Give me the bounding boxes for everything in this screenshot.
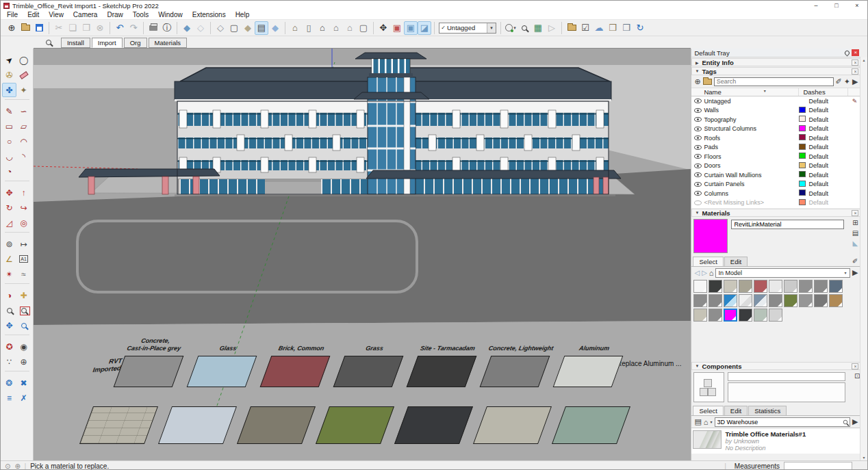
material-sample-brick-common[interactable] bbox=[260, 356, 331, 387]
tray-close-icon[interactable]: × bbox=[852, 49, 859, 56]
close-button[interactable]: × bbox=[847, 2, 867, 9]
tag-row-revit-missing-links[interactable]: <Revit Missing Links>Default bbox=[691, 198, 860, 208]
tab-materials[interactable]: Materials bbox=[149, 38, 188, 48]
tag-dashes[interactable]: Default bbox=[808, 98, 848, 105]
material-sample-aluminum[interactable] bbox=[553, 356, 624, 387]
empty-tool[interactable] bbox=[16, 164, 31, 179]
zoom-extents-tool[interactable]: ✥ bbox=[2, 318, 16, 332]
tab-org[interactable]: Org bbox=[124, 38, 147, 48]
tag-dashes[interactable]: Default bbox=[808, 125, 848, 132]
materials-tab-edit[interactable]: Edit bbox=[724, 257, 748, 266]
follow-me-tool[interactable]: ↪ bbox=[16, 200, 31, 215]
tag-dashes[interactable]: Default bbox=[808, 162, 848, 169]
material-sample-skp-7[interactable] bbox=[552, 406, 630, 444]
material-swatch[interactable] bbox=[724, 280, 737, 293]
monochrome-icon[interactable]: ◆ bbox=[268, 21, 282, 35]
tag-dashes[interactable]: Default bbox=[808, 135, 848, 142]
entity-info-close-icon[interactable]: × bbox=[852, 60, 858, 66]
visibility-eye-icon[interactable] bbox=[691, 97, 704, 105]
materials-details-arrow-icon[interactable]: ▶ bbox=[852, 268, 858, 277]
new-icon[interactable]: ⊕ bbox=[5, 21, 18, 35]
scroll-up-icon[interactable]: ▴ bbox=[863, 58, 865, 62]
material-name-input[interactable] bbox=[731, 220, 844, 229]
rotated-rectangle-tool[interactable]: ▱ bbox=[16, 119, 31, 133]
position-camera-tool[interactable]: ✪ bbox=[2, 339, 16, 354]
component-description-box[interactable] bbox=[728, 382, 845, 402]
material-swatch[interactable] bbox=[769, 309, 782, 322]
view-options-icon[interactable]: ▤ bbox=[694, 417, 701, 426]
name-column-header[interactable]: Name bbox=[704, 88, 721, 96]
visibility-eye-icon[interactable] bbox=[691, 134, 704, 142]
visibility-eye-icon[interactable] bbox=[691, 144, 704, 151]
left-view-icon[interactable]: ⌂ bbox=[343, 21, 357, 35]
visibility-eye-icon[interactable] bbox=[691, 116, 704, 123]
ext-flip-tool[interactable]: ✖ bbox=[16, 376, 31, 390]
push-pull-tool[interactable]: ↑ bbox=[16, 185, 31, 200]
look-around-tool[interactable]: ◉ bbox=[16, 339, 31, 354]
components-tab-statistics[interactable]: Statistics bbox=[748, 406, 787, 415]
two-point-arc-tool[interactable]: ◡ bbox=[2, 149, 16, 164]
redo-icon[interactable]: ↷ bbox=[127, 21, 140, 35]
tray-title-bar[interactable]: Default Tray × bbox=[691, 49, 860, 57]
menu-window[interactable]: Window bbox=[153, 11, 188, 18]
materials-close-icon[interactable]: × bbox=[852, 210, 858, 216]
material-swatch[interactable] bbox=[693, 294, 707, 307]
material-swatch[interactable] bbox=[754, 309, 767, 322]
visibility-eye-icon[interactable] bbox=[691, 181, 704, 188]
add-tag-icon[interactable]: ⊕ bbox=[694, 77, 700, 86]
scale-tool[interactable]: ◿ bbox=[2, 216, 16, 230]
material-swatch[interactable] bbox=[724, 294, 737, 307]
material-sample-skp-5[interactable] bbox=[394, 406, 473, 444]
minimize-button[interactable]: – bbox=[806, 2, 826, 9]
right-view-icon[interactable]: ▯ bbox=[302, 21, 316, 35]
material-swatch[interactable] bbox=[724, 309, 737, 322]
warehouse-search-icon[interactable] bbox=[843, 419, 847, 423]
pencil-icon[interactable]: ✐ bbox=[836, 77, 842, 86]
display-section-planes-icon[interactable]: ▣ bbox=[404, 21, 418, 35]
material-sample-skp-1[interactable] bbox=[79, 406, 158, 444]
share-model-icon[interactable]: ❒ bbox=[620, 21, 633, 35]
material-swatch[interactable] bbox=[754, 294, 767, 307]
tag-color-swatch[interactable] bbox=[799, 181, 808, 188]
collapse-arrow-icon[interactable]: ▶ bbox=[692, 60, 702, 65]
material-sample-skp-2[interactable] bbox=[158, 406, 237, 444]
tag-color-swatch[interactable] bbox=[799, 144, 808, 151]
tag-dashes[interactable]: Default bbox=[808, 172, 848, 179]
tag-color-swatch[interactable] bbox=[799, 125, 808, 133]
material-sample-glass[interactable] bbox=[187, 356, 257, 387]
cloud-download-icon[interactable]: ☁ bbox=[592, 21, 606, 35]
material-sample-site-tarmacadam[interactable] bbox=[407, 356, 477, 387]
tag-color-swatch[interactable] bbox=[799, 190, 808, 197]
tags-header[interactable]: ▼ Tags × bbox=[691, 67, 860, 75]
tag-color-swatch[interactable] bbox=[799, 153, 808, 160]
ext-layers-tool[interactable]: ≡ bbox=[2, 391, 16, 405]
rotate-tool[interactable]: ↻ bbox=[2, 200, 16, 215]
tag-row-roofs[interactable]: RoofsDefault bbox=[691, 133, 860, 143]
create-material-icon[interactable]: ⊞ bbox=[850, 219, 860, 229]
material-swatch[interactable] bbox=[739, 280, 752, 293]
components-header[interactable]: ▼ Components × bbox=[691, 362, 860, 370]
menu-extensions[interactable]: Extensions bbox=[188, 11, 231, 18]
warehouse-search-input[interactable] bbox=[715, 417, 850, 427]
tag-dashes[interactable]: Default bbox=[808, 107, 848, 114]
text-tool[interactable]: A1 bbox=[16, 252, 31, 266]
ext-scale-tool-tool[interactable]: ❂ bbox=[2, 376, 16, 390]
in-model-dropdown[interactable]: In Model ▾ bbox=[715, 268, 850, 278]
tag-color-swatch[interactable] bbox=[799, 116, 808, 123]
tray-scrollbar[interactable]: ▴ ▾ bbox=[860, 57, 867, 460]
material-swatch[interactable] bbox=[829, 294, 843, 307]
sandbox-tool[interactable]: ≈ bbox=[16, 267, 31, 281]
new-folder-icon[interactable] bbox=[565, 21, 578, 35]
back-edges-icon[interactable]: ◇ bbox=[194, 21, 207, 35]
visibility-eye-icon[interactable] bbox=[691, 171, 704, 179]
pin-icon[interactable] bbox=[844, 49, 851, 56]
material-swatch[interactable] bbox=[693, 280, 707, 293]
material-swatch[interactable] bbox=[709, 294, 722, 307]
zoom-window-tool[interactable] bbox=[16, 303, 31, 317]
tag-color-swatch[interactable] bbox=[799, 107, 808, 114]
component-name-input[interactable] bbox=[728, 372, 845, 381]
section-plane-icon[interactable]: ▣ bbox=[390, 21, 404, 35]
tag-row-topography[interactable]: TopographyDefault bbox=[691, 115, 860, 125]
tag-dashes[interactable]: Default bbox=[808, 181, 848, 187]
search-icon[interactable] bbox=[518, 21, 531, 35]
